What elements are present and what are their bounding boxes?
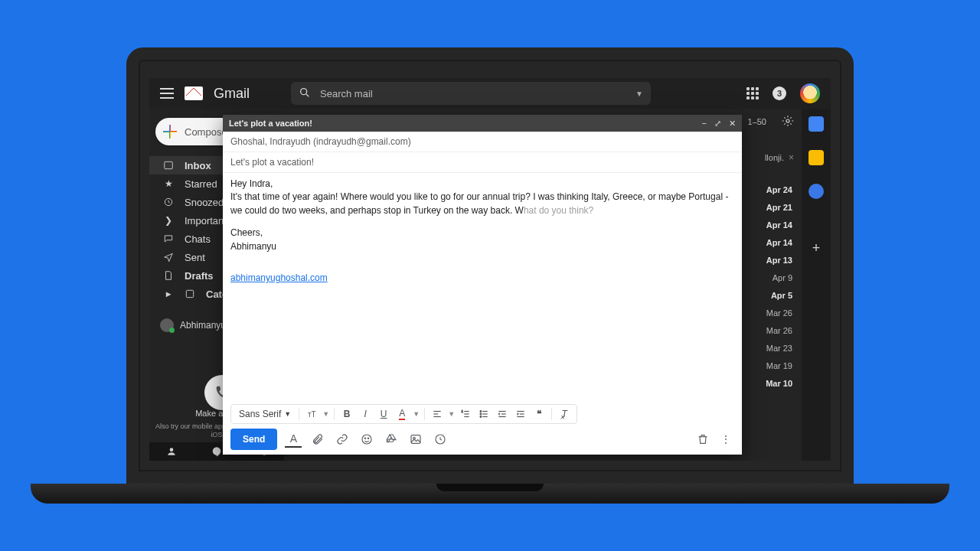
emoji-icon[interactable]: [358, 431, 375, 448]
compose-body[interactable]: Hey Indra, It's that time of year again!…: [223, 173, 742, 404]
indent-less-button[interactable]: [495, 406, 510, 422]
plus-icon: [163, 125, 177, 139]
tasks-icon[interactable]: [808, 184, 824, 199]
remove-formatting-button[interactable]: T✕: [557, 406, 572, 422]
signature-link[interactable]: abhimanyughoshal.com: [230, 272, 328, 283]
quote-button[interactable]: ❝: [531, 406, 547, 422]
link-icon[interactable]: [334, 431, 351, 448]
font-size-button[interactable]: тT: [304, 406, 319, 422]
formatting-toolbar: Sans Serif ▼ тT ▼ B I U A ▼ ▼ 1: [230, 404, 577, 424]
search-icon: [299, 86, 311, 101]
mail-row-date[interactable]: Mar 23: [740, 339, 802, 357]
calendar-icon[interactable]: [808, 116, 824, 132]
compose-titlebar[interactable]: Let's plot a vacation! − ⤢ ✕: [223, 115, 742, 132]
account-avatar[interactable]: [800, 83, 820, 103]
close-icon[interactable]: ×: [789, 152, 794, 163]
body-paragraph: It's that time of year again! Where woul…: [230, 191, 734, 217]
formatting-toggle-button[interactable]: A: [285, 431, 302, 448]
sidebar-item-label: Chats: [185, 233, 211, 245]
mail-row-date[interactable]: Apr 21: [740, 198, 802, 216]
minimize-icon[interactable]: −: [702, 119, 707, 129]
align-button[interactable]: [430, 406, 445, 422]
confidential-icon[interactable]: [432, 431, 449, 448]
mail-row-date[interactable]: Apr 14: [740, 233, 802, 251]
notifications-badge[interactable]: 3: [773, 86, 786, 100]
mail-row-date[interactable]: Mar 19: [740, 357, 802, 374]
addons-plus-icon[interactable]: +: [812, 240, 821, 256]
underline-button[interactable]: U: [376, 406, 391, 422]
drafts-icon: [163, 270, 174, 281]
menu-icon[interactable]: [160, 88, 174, 99]
right-rail: +: [802, 109, 831, 461]
attach-icon[interactable]: [309, 431, 326, 448]
svg-line-1: [306, 94, 309, 96]
search-placeholder: Search mail: [320, 88, 373, 99]
search-options-icon[interactable]: ▼: [635, 90, 643, 98]
gmail-logo-icon: [185, 86, 203, 100]
svg-point-26: [362, 435, 371, 444]
to-field[interactable]: Ghoshal, Indrayudh (indrayudh@gmail.com): [223, 132, 742, 152]
date-column: llonji. × Apr 24Apr 21Apr 14Apr 14Apr 13…: [740, 135, 802, 392]
chevron-down-icon: ▼: [413, 410, 420, 418]
keep-icon[interactable]: [808, 150, 824, 165]
mail-row-date[interactable]: Mar 26: [740, 321, 802, 339]
sidebar-item-label: Snoozed: [185, 197, 224, 208]
fullscreen-icon[interactable]: ⤢: [714, 119, 721, 129]
settings-gear-icon[interactable]: [782, 115, 794, 129]
font-family-label: Sans Serif: [239, 409, 281, 419]
mail-row-date[interactable]: Apr 14: [740, 216, 802, 233]
sidebar-item-label: Drafts: [185, 270, 214, 282]
text-color-button[interactable]: A: [394, 406, 410, 422]
compose-label: Compose: [185, 126, 227, 138]
sidebar-item-label: Inbox: [185, 160, 211, 171]
bullet-list-button[interactable]: [476, 406, 492, 422]
clock-icon: [163, 197, 174, 207]
mail-row-date[interactable]: Mar 10: [740, 374, 802, 392]
brand-text: Gmail: [214, 86, 250, 102]
svg-rect-2: [165, 161, 173, 168]
drive-icon[interactable]: [383, 431, 400, 448]
send-button[interactable]: Send: [230, 429, 277, 450]
mail-row-date[interactable]: Apr 9: [740, 269, 802, 286]
search-input[interactable]: Search mail ▼: [291, 82, 651, 105]
svg-point-16: [480, 416, 482, 418]
inbox-icon: [163, 160, 174, 171]
sidebar-item-label: Important: [185, 215, 227, 227]
svg-point-5: [170, 448, 174, 452]
svg-point-27: [365, 438, 366, 439]
page-indicator: 1–50: [748, 117, 766, 126]
bold-button[interactable]: B: [339, 406, 354, 422]
chevron-down-icon: ▼: [284, 410, 291, 418]
hangouts-icon[interactable]: [210, 445, 224, 458]
gmail-header: Gmail Search mail ▼ 3: [149, 78, 831, 109]
important-icon: ❯: [163, 215, 174, 226]
font-family-select[interactable]: Sans Serif ▼: [236, 409, 294, 419]
mail-row-date[interactable]: Apr 24: [740, 181, 802, 198]
numbered-list-button[interactable]: 1: [458, 406, 473, 422]
svg-point-6: [786, 119, 789, 122]
svg-rect-4: [186, 290, 193, 297]
body-signature-name: Abhimanyu: [230, 240, 734, 253]
image-icon[interactable]: [407, 431, 424, 448]
subject-field[interactable]: Let's plot a vacation!: [223, 152, 742, 173]
mail-row-date[interactable]: Mar 26: [740, 304, 802, 321]
discard-icon[interactable]: [694, 431, 711, 448]
star-icon: ★: [163, 178, 174, 189]
italic-button[interactable]: I: [358, 406, 373, 422]
laptop-base: [31, 484, 949, 504]
chat-icon: [163, 233, 174, 244]
svg-point-14: [480, 411, 482, 412]
sidebar-item-label: Starred: [185, 178, 217, 190]
chevron-down-icon: ▼: [448, 410, 455, 418]
more-options-icon[interactable]: ⋮: [717, 431, 734, 448]
person-icon[interactable]: [165, 445, 178, 458]
svg-point-0: [301, 88, 307, 94]
mail-row-date[interactable]: Apr 13: [740, 251, 802, 269]
mail-row-date[interactable]: Apr 5: [740, 286, 802, 304]
mail-row-peek[interactable]: llonji. ×: [740, 135, 802, 181]
sidebar-item-label: Sent: [185, 252, 205, 263]
indent-more-button[interactable]: [513, 406, 528, 422]
apps-grid-icon[interactable]: [746, 87, 759, 99]
close-icon[interactable]: ✕: [729, 119, 736, 129]
svg-point-28: [368, 438, 369, 439]
